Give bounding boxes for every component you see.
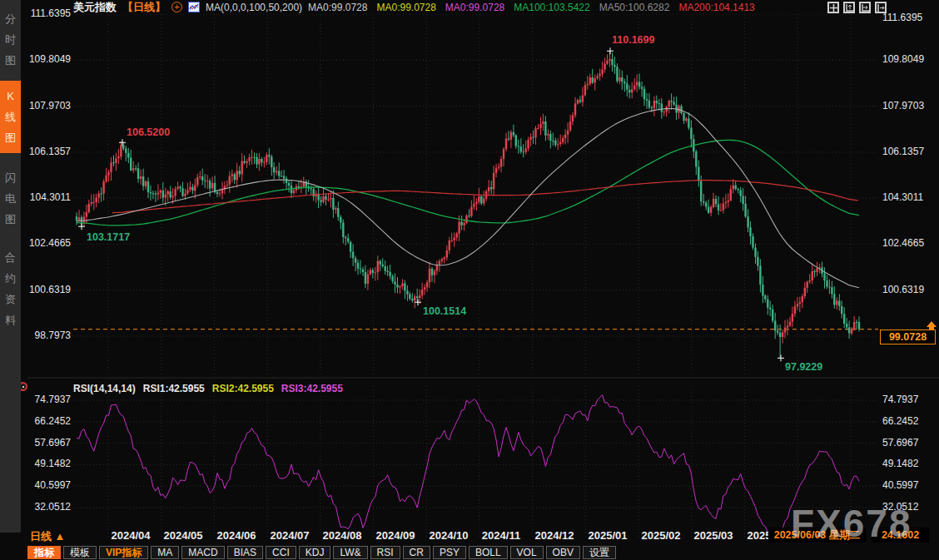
ma-legend-item: MA200:104.1413	[678, 2, 754, 13]
x-axis-month-label: 2024/08	[315, 529, 369, 542]
axis-tick-label: 102.4665	[882, 237, 926, 249]
sidebar-tab-4[interactable]: 合约资料	[0, 242, 21, 335]
ma-legend-item: MA100:103.5422	[514, 2, 589, 13]
axis-tick-label: 66.2452	[27, 415, 71, 427]
axis-tick-label: 32.0512	[27, 501, 71, 513]
last-price-box: 99.0728	[880, 330, 936, 344]
kline-chart-icon	[188, 2, 200, 12]
axis-tick-label: 98.7973	[27, 330, 71, 341]
price-extreme-label: 100.1514	[423, 305, 466, 317]
axis-tick-label: 109.8049	[27, 53, 71, 65]
rsi2-value: RSI2:42.5955	[212, 383, 274, 394]
axis-tick-label: 100.6319	[882, 284, 926, 295]
x-axis-month-label: 2024/06	[210, 529, 263, 542]
ma-legend-item: MA50:100.6282	[599, 2, 670, 13]
axis-tick-label: 106.1357	[27, 146, 71, 157]
toolbar-button-1[interactable]: 指标	[27, 546, 61, 559]
x-axis-month-label: 2025/01	[581, 529, 634, 542]
toolbar-button-16[interactable]: 设置	[583, 546, 616, 559]
x-axis-month-label: 2024/10	[422, 529, 475, 542]
toolbar-button-13[interactable]: BOLL	[469, 546, 508, 559]
rsi-line	[77, 395, 859, 537]
rsi3-value: RSI3:42.5955	[281, 383, 343, 394]
ma100-line	[77, 140, 859, 225]
axis-tick-label: 106.1357	[882, 146, 926, 157]
axis-tick-label: 74.7937	[27, 394, 71, 405]
axis-tick-label: 107.9703	[27, 100, 71, 112]
toolbar-button-10[interactable]: RSI	[370, 546, 400, 559]
axis-tick-label: 57.6967	[882, 437, 926, 448]
sidebar-tab-3[interactable]: 闪电图	[0, 162, 21, 235]
trading-app-window: 分时图K线图闪电图合约资料 美元指数 【日线】 + MA(0,0,0,100,5…	[0, 0, 939, 560]
toolbar-button-14[interactable]: VOL	[510, 546, 544, 559]
symbol-title: 美元指数	[73, 0, 117, 15]
x-axis-month-label: 2024/04	[104, 529, 157, 542]
rsi-title: RSI(14,14,14)	[73, 383, 136, 394]
chart-window-icons	[827, 2, 887, 13]
pan-icon[interactable]	[827, 2, 839, 13]
ma-legend-item: MA0:99.0728	[445, 2, 504, 13]
ma-legend-item: MA0:99.0728	[376, 2, 435, 13]
x-axis-scale-icon[interactable]	[859, 2, 871, 13]
toolbar-button-9[interactable]: LW&	[333, 546, 367, 559]
axis-tick-label: 109.8049	[882, 53, 926, 65]
axis-tick-label: 111.6395	[27, 7, 71, 19]
cursor-date-box: 2025/06/03 星期二	[768, 528, 866, 543]
sidebar-tab-2[interactable]: K线图	[0, 81, 21, 153]
y-axis-scale-icon[interactable]	[843, 2, 855, 13]
add-indicator-icon[interactable]: +	[171, 2, 182, 12]
axis-tick-label: 40.5997	[882, 479, 926, 491]
axis-tick-label: 102.4665	[27, 237, 71, 249]
rsi1-value: RSI1:42.5955	[143, 383, 205, 394]
toolbar-button-8[interactable]: KDJ	[299, 546, 331, 559]
price-extreme-label: 103.1717	[87, 231, 130, 243]
axis-tick-label: 40.5997	[27, 479, 71, 491]
axis-tick-label: 32.0512	[882, 501, 926, 513]
toolbar-button-11[interactable]: CR	[403, 546, 430, 559]
toolbar-button-5[interactable]: MACD	[181, 546, 224, 559]
x-axis-month-label: 2024/05	[156, 529, 210, 542]
cursor-value-box: 24.1602	[872, 528, 929, 543]
toolbar-button-3[interactable]: VIP指标	[99, 546, 148, 559]
axis-tick-label: 107.9703	[882, 100, 926, 112]
chart-canvas[interactable]: 103.1717106.5200100.1514110.169997.9229	[27, 14, 939, 545]
axis-tick-label: 49.1482	[27, 458, 71, 469]
sidebar-tab-1[interactable]: 分时图	[0, 3, 21, 76]
x-axis-month-label: 2024/12	[528, 529, 581, 542]
ma-settings-label: MA(0,0,0,100,50,200)	[206, 2, 302, 13]
axis-tick-label: 57.6967	[27, 437, 71, 448]
toolbar-button-15[interactable]: OBV	[546, 546, 580, 559]
x-axis-month-label: 2025/02	[634, 529, 688, 542]
price-extreme-label: 110.1699	[612, 34, 654, 46]
toolbar-button-6[interactable]: BIAS	[227, 546, 263, 559]
axis-tick-label: 49.1482	[882, 458, 926, 469]
x-axis-month-label: 2024/09	[369, 529, 422, 542]
x-axis-month-label: 2024/07	[263, 529, 316, 542]
extreme-cross-marker	[119, 139, 126, 146]
x-axis-month-label: 2024/11	[474, 529, 528, 542]
extreme-cross-marker	[778, 354, 784, 361]
axis-tick-label: 104.3011	[27, 191, 71, 203]
up-candle-wicks	[79, 51, 854, 343]
price-extreme-label: 97.9229	[785, 361, 822, 373]
axis-tick-label: 66.2452	[882, 415, 926, 427]
ma-legend-item: MA0:99.0728	[308, 2, 367, 13]
ma-legend: MA0:99.0728MA0:99.0728MA0:99.0728MA100:1…	[308, 2, 755, 13]
axis-tick-label: 74.7937	[882, 394, 926, 405]
indicator-toolbar: 指标模板VIP指标MAMACDBIASCCIKDJLW&RSICRPSYBOLL…	[27, 545, 616, 560]
toolbar-button-12[interactable]: PSY	[433, 546, 466, 559]
axis-tick-label: 100.6319	[27, 284, 71, 295]
toolbar-button-7[interactable]: CCI	[266, 546, 296, 559]
scroll-to-latest-arrow-icon[interactable]	[927, 321, 937, 330]
axis-tick-label: 111.6395	[882, 12, 926, 23]
period-selector-button[interactable]: 日线 ▲	[30, 529, 65, 544]
jump-latest-icon[interactable]	[875, 2, 887, 13]
toolbar-button-4[interactable]: MA	[151, 546, 179, 559]
x-axis-month-label: 2025/03	[687, 529, 740, 542]
price-extreme-label: 106.5200	[127, 126, 170, 138]
period-badge: 【日线】	[122, 0, 166, 15]
titlebar: 美元指数 【日线】 + MA(0,0,0,100,50,200) MA0:99.…	[73, 1, 755, 13]
toolbar-button-2[interactable]: 模板	[63, 546, 97, 559]
rsi-header: RSI(14,14,14) RSI1:42.5955 RSI2:42.5955 …	[73, 383, 343, 394]
axis-tick-label: 104.3011	[882, 191, 926, 203]
